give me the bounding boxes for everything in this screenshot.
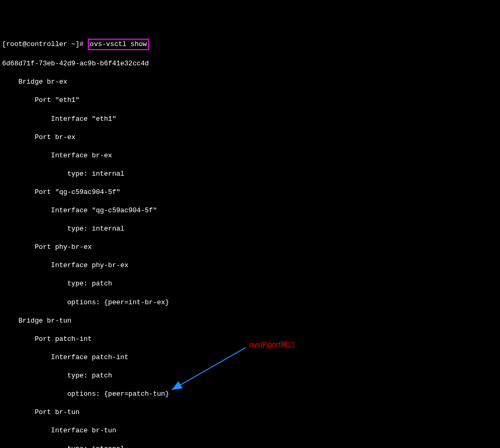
- annotation-arrow-icon: [167, 345, 251, 392]
- output-line: Interface "qg-c59ac904-5f": [2, 206, 498, 215]
- output-uuid: 6d68d71f-73eb-42d9-ac9b-b6f41e32cc4d: [2, 59, 498, 68]
- command-text: ovs-vsctl show: [90, 40, 147, 48]
- annotation-label: ovs的port网口: [249, 340, 295, 350]
- output-line: Interface "eth1": [2, 114, 498, 124]
- output-line: type: internal: [2, 444, 498, 448]
- output-line: Interface br-tun: [2, 426, 498, 435]
- output-line: type: patch: [2, 371, 498, 381]
- output-line: Interface br-ex: [2, 151, 498, 160]
- output-line: Bridge br-tun: [2, 316, 498, 326]
- output-line: Port br-ex: [2, 133, 498, 142]
- output-line: Bridge br-ex: [2, 77, 498, 87]
- output-line: Interface patch-int: [2, 353, 498, 362]
- command-highlight: ovs-vsctl show: [88, 39, 149, 50]
- output-line: type: internal: [2, 169, 498, 179]
- output-line: Interface phy-br-ex: [2, 261, 498, 270]
- output-line: Port "eth1": [2, 96, 498, 105]
- output-line: options: {peer=int-br-ex}: [2, 298, 498, 307]
- output-line: type: patch: [2, 279, 498, 289]
- output-line: Port "qg-c59ac904-5f": [2, 188, 498, 197]
- shell-prompt: [root@controller ~]#: [2, 40, 88, 48]
- terminal-prompt-line: [root@controller ~]# ovs-vsctl show: [2, 39, 498, 50]
- output-line: options: {peer=patch-tun}: [2, 389, 498, 399]
- output-line: Port phy-br-ex: [2, 243, 498, 252]
- output-line: Port br-tun: [2, 408, 498, 417]
- output-line: type: internal: [2, 224, 498, 234]
